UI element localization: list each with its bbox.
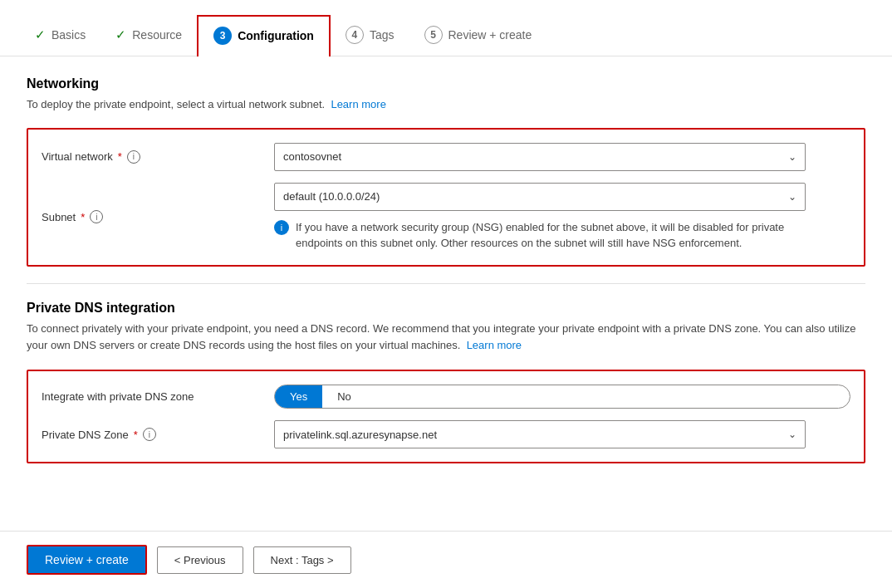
step-num-review: 5 bbox=[424, 26, 443, 44]
footer: Review + create < Previous Next : Tags > bbox=[0, 531, 892, 588]
required-star-dns: * bbox=[134, 429, 138, 441]
virtual-network-dropdown[interactable]: contosovnet ⌄ bbox=[274, 143, 806, 171]
dns-form-section: Integrate with private DNS zone Yes No P… bbox=[27, 370, 865, 463]
dns-heading: Private DNS integration bbox=[27, 301, 865, 316]
tab-resource-label: Resource bbox=[132, 28, 182, 42]
step-num-tags: 4 bbox=[346, 26, 364, 44]
step-num-configuration: 3 bbox=[213, 27, 232, 45]
tab-resource[interactable]: ✓ Resource bbox=[100, 17, 197, 54]
tab-configuration[interactable]: 3 Configuration bbox=[197, 15, 331, 56]
tab-basics-label: Basics bbox=[51, 28, 86, 42]
dns-zone-row: Private DNS Zone * i privatelink.sql.azu… bbox=[42, 420, 850, 448]
integrate-dns-row: Integrate with private DNS zone Yes No bbox=[42, 385, 850, 409]
subnet-row: Subnet * i default (10.0.0.0/24) ⌄ i If … bbox=[42, 183, 850, 252]
info-icon-dns[interactable]: i bbox=[143, 428, 156, 441]
dns-desc: To connect privately with your private e… bbox=[27, 321, 865, 355]
networking-desc: To deploy the private endpoint, select a… bbox=[27, 96, 865, 113]
networking-form-section: Virtual network * i contosovnet ⌄ Subnet… bbox=[27, 128, 865, 267]
integrate-dns-control: Yes No bbox=[274, 385, 850, 409]
tab-review-label: Review + create bbox=[448, 28, 532, 42]
virtual-network-label: Virtual network * i bbox=[42, 150, 274, 164]
tab-review[interactable]: 5 Review + create bbox=[409, 16, 547, 56]
tab-configuration-label: Configuration bbox=[238, 29, 314, 42]
review-create-button[interactable]: Review + create bbox=[27, 545, 147, 575]
virtual-network-row: Virtual network * i contosovnet ⌄ bbox=[42, 143, 850, 171]
chevron-dns: ⌄ bbox=[788, 429, 796, 440]
networking-learn-more[interactable]: Learn more bbox=[331, 98, 385, 110]
nsg-info-box: i If you have a network security group (… bbox=[274, 219, 850, 252]
dns-zone-label: Private DNS Zone * i bbox=[42, 428, 274, 441]
next-button[interactable]: Next : Tags > bbox=[253, 546, 351, 574]
info-icon-vnet[interactable]: i bbox=[127, 150, 140, 164]
check-icon-resource: ✓ bbox=[115, 27, 126, 42]
wizard-tabs: ✓ Basics ✓ Resource 3 Configuration 4 Ta… bbox=[0, 0, 892, 56]
integrate-dns-label: Integrate with private DNS zone bbox=[42, 390, 274, 403]
required-star-vnet: * bbox=[118, 150, 122, 163]
dns-zone-dropdown[interactable]: privatelink.sql.azuresynapse.net ⌄ bbox=[274, 420, 806, 448]
subnet-label: Subnet * i bbox=[42, 210, 274, 223]
required-star-subnet: * bbox=[81, 211, 85, 223]
yes-no-toggle[interactable]: Yes No bbox=[274, 385, 850, 409]
toggle-no-button[interactable]: No bbox=[322, 385, 366, 408]
subnet-dropdown[interactable]: default (10.0.0.0/24) ⌄ bbox=[274, 183, 806, 211]
tab-tags-label: Tags bbox=[370, 28, 395, 42]
virtual-network-control: contosovnet ⌄ bbox=[274, 143, 850, 171]
networking-heading: Networking bbox=[27, 76, 865, 91]
chevron-subnet: ⌄ bbox=[788, 191, 796, 203]
chevron-vnet: ⌄ bbox=[788, 151, 796, 163]
check-icon-basics: ✓ bbox=[35, 27, 46, 42]
section-divider bbox=[27, 283, 865, 284]
dns-learn-more[interactable]: Learn more bbox=[467, 339, 522, 351]
main-content: Networking To deploy the private endpoin… bbox=[0, 56, 892, 493]
previous-button[interactable]: < Previous bbox=[157, 546, 243, 574]
dns-zone-control: privatelink.sql.azuresynapse.net ⌄ bbox=[274, 420, 850, 448]
tab-basics[interactable]: ✓ Basics bbox=[20, 17, 100, 54]
toggle-yes-button[interactable]: Yes bbox=[275, 385, 322, 408]
nsg-info-text: If you have a network security group (NS… bbox=[296, 219, 811, 252]
subnet-control: default (10.0.0.0/24) ⌄ i If you have a … bbox=[274, 183, 850, 252]
tab-tags[interactable]: 4 Tags bbox=[331, 16, 409, 56]
nsg-info-icon: i bbox=[274, 220, 289, 235]
info-icon-subnet[interactable]: i bbox=[90, 210, 103, 223]
